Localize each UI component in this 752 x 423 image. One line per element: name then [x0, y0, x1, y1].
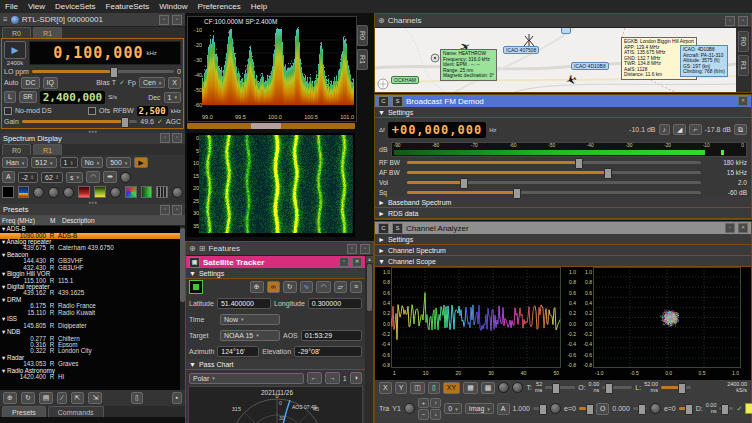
curve-icon[interactable]: ◠ — [86, 171, 100, 183]
display-settings-icon[interactable]: ≡ — [350, 281, 362, 293]
menu-item[interactable]: File — [5, 2, 18, 11]
spectrum-plot[interactable]: CF:100.000M SP:2.400M -10-20-30-40-50-60… — [187, 16, 357, 122]
window-shade-icon[interactable]: ▫ — [360, 244, 370, 254]
squelch-mode-icon[interactable]: ⌐ — [689, 124, 701, 136]
time-dropdown[interactable]: Now — [220, 314, 280, 325]
longitude-field[interactable]: 0.300000 — [308, 298, 362, 309]
preset-delete-button[interactable]: ▯ — [131, 392, 143, 404]
menu-item[interactable]: DeviceSets — [55, 2, 95, 11]
window-restore-icon[interactable]: ▫ — [160, 133, 170, 143]
window-restore-icon[interactable]: ▫ — [339, 257, 349, 267]
averaging-spinner[interactable]: 1 — [60, 157, 78, 168]
dc-button[interactable]: DC — [21, 77, 39, 89]
fm-delta-frequency[interactable]: +00,000,000 — [388, 122, 486, 138]
histogram-toggle-icon[interactable] — [78, 186, 90, 198]
rds-data-section[interactable]: ► RDS data — [375, 208, 751, 219]
preset-update-button[interactable]: ↻ — [21, 392, 35, 404]
refresh-rate-dropdown[interactable]: 500 — [106, 157, 131, 168]
tab-r1[interactable]: R1 — [33, 144, 62, 155]
ofs-fine-slider[interactable] — [679, 407, 693, 410]
scope-y-button[interactable]: Y — [395, 382, 408, 394]
channel-s-icon[interactable]: S — [392, 96, 403, 107]
channel-s-icon[interactable]: S — [392, 223, 403, 234]
aircraft-callsign-pill[interactable]: ICAO 407508 — [503, 46, 539, 54]
menu-item[interactable]: View — [28, 2, 45, 11]
afbw-slider[interactable] — [407, 171, 701, 174]
waterfall-plot[interactable]: 05101520253035 — [187, 133, 355, 237]
decimation-dropdown[interactable]: 1 — [164, 92, 181, 103]
add-feature-icon[interactable]: ⊕ — [189, 244, 196, 253]
dark-theme-icon[interactable]: ◑ — [350, 372, 362, 384]
lock-button[interactable]: L — [4, 91, 16, 103]
scope-vertical-icon[interactable]: ▯ — [428, 382, 440, 394]
knob-3[interactable] — [63, 187, 74, 198]
window-shade-icon[interactable]: ▫ — [172, 133, 182, 143]
hamburger-icon[interactable]: ≡ — [3, 15, 8, 24]
knob-5[interactable] — [172, 187, 183, 198]
side-tab-r1[interactable]: R1 — [738, 55, 749, 76]
aircraft-callsign-pill[interactable]: ICAO 4D10B8 — [571, 62, 609, 70]
preset-edit-button[interactable]: ∕ — [57, 392, 66, 404]
offset-slider[interactable] — [602, 386, 632, 389]
preset-row[interactable]: 145.805RDigipeater — [0, 323, 185, 329]
trace-add-button[interactable]: + — [418, 398, 430, 409]
knob-2[interactable] — [48, 187, 59, 198]
knob-1[interactable] — [33, 187, 44, 198]
tab-r1[interactable]: R1 — [33, 27, 62, 38]
col-m[interactable]: M — [50, 217, 62, 224]
fm-demod-titlebar[interactable]: C S Broadcast FM Demod ✕ — [375, 95, 751, 107]
waterfall-toggle-icon[interactable] — [18, 186, 30, 198]
ref-level-spinner[interactable]: -2 — [18, 172, 38, 183]
avg-mode-dropdown[interactable]: No — [81, 157, 103, 168]
menu-item[interactable]: Preferences — [198, 2, 241, 11]
close-icon[interactable]: ✕ — [738, 223, 748, 233]
window-shade-icon[interactable]: ▫ — [172, 15, 182, 25]
length-slider[interactable] — [661, 386, 691, 389]
stereo-icon[interactable]: ⧉ — [734, 124, 747, 136]
green-style-icon[interactable] — [141, 186, 153, 198]
scope-xy-split-icon[interactable]: ◫ — [410, 382, 425, 394]
side-tab-r0[interactable]: R0 — [357, 25, 368, 46]
preset-save-button[interactable]: ▤ — [39, 392, 54, 404]
features-scrollbar[interactable]: ▲ ▼ — [366, 256, 373, 423]
edit-satellites-icon[interactable]: ▱ — [334, 281, 347, 293]
sampling-mode-dropdown[interactable]: Cen — [139, 77, 165, 88]
pass-chart-section[interactable]: ▼ Pass Chart — [186, 359, 365, 370]
nomod-checkbox[interactable] — [4, 107, 12, 115]
spectrum-canvas[interactable] — [202, 27, 354, 105]
markers-icon[interactable]: ⇹ — [103, 171, 117, 183]
stop-button[interactable] — [189, 280, 203, 294]
tab-r0[interactable]: R0 — [2, 144, 31, 155]
audio-mute-icon[interactable]: ♪ — [659, 124, 671, 136]
target-dropdown[interactable]: NOAA 15 — [220, 330, 280, 341]
chart-type-dropdown[interactable]: Polar — [189, 373, 304, 384]
col-freq[interactable]: Freq (MHz) — [0, 217, 50, 224]
preset-import-button[interactable]: ⇲ — [88, 392, 102, 404]
waterfall-canvas[interactable] — [199, 135, 353, 233]
trace-del-button[interactable]: − — [418, 409, 430, 420]
fft-size-dropdown[interactable]: 512 — [31, 157, 56, 168]
ofs-slider[interactable] — [633, 407, 647, 410]
window-shade-icon[interactable]: ▫ — [172, 205, 182, 215]
trace-number-dropdown[interactable]: 0 — [444, 403, 461, 414]
scope-xy-button[interactable]: XY — [443, 382, 460, 394]
trace-down-button[interactable]: ↓ — [430, 409, 441, 420]
amp-fine-slider[interactable] — [579, 407, 593, 410]
satellite-tracker-titlebar[interactable]: ▣ Satellite Tracker ▫ ✕ — [186, 256, 365, 268]
scope-xy-canvas[interactable] — [593, 267, 741, 368]
preset-export-button[interactable]: ⇱ — [71, 392, 85, 404]
audio-fade-icon[interactable]: ◢ — [673, 124, 686, 136]
next-pass-icon[interactable]: → — [325, 372, 340, 384]
channel-c-icon[interactable]: C — [378, 223, 389, 234]
add-channel-icon[interactable]: ⊕ — [378, 16, 385, 25]
frequency-value[interactable]: 0,100,000 — [53, 44, 143, 62]
features-titlebar[interactable]: ⊕ ⊞ Features ▫ ▫ — [186, 242, 373, 256]
trace-up-button[interactable]: ↑ — [430, 398, 441, 409]
tab-presets[interactable]: Presets — [2, 406, 46, 417]
preset-row[interactable]: 15.110RRadio Kuwait — [0, 310, 185, 316]
rfbw-slider[interactable] — [407, 161, 701, 164]
sr-button[interactable]: SR — [19, 91, 37, 103]
trace-visible-check[interactable]: ✓ — [736, 405, 742, 413]
presets-list[interactable]: ▾ ADS-B1090.000RADS-B▾ Analog repeater43… — [0, 226, 185, 390]
iq-button[interactable]: IQ — [43, 77, 58, 89]
